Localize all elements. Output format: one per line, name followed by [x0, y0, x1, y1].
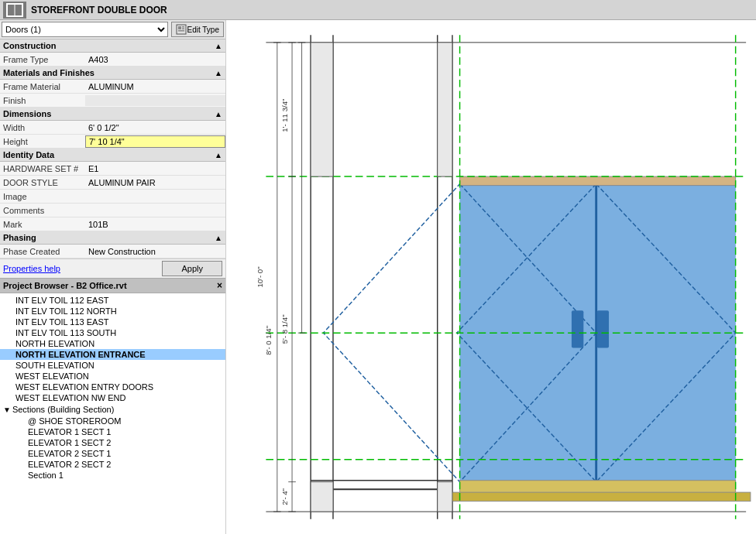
svg-text:1'- 11 3/4": 1'- 11 3/4"	[280, 99, 289, 132]
section-materials[interactable]: Materials and Finishes ▲	[0, 67, 225, 80]
svg-rect-5	[182, 29, 184, 30]
svg-text:5'- 8 1/4": 5'- 8 1/4"	[280, 314, 289, 344]
collapse-icon-identity: ▲	[215, 151, 222, 159]
tree-section-building-section[interactable]: ▼ Sections (Building Section)	[0, 403, 225, 416]
list-item[interactable]: WEST ELEVATION	[0, 371, 225, 382]
list-item[interactable]: ELEVATOR 2 SECT 1	[0, 448, 225, 459]
list-item[interactable]: ELEVATOR 1 SECT 1	[0, 426, 225, 437]
project-browser-tree: INT ELV TOIL 112 EAST INT ELV TOIL 112 N…	[0, 293, 225, 534]
prop-image: Image	[0, 190, 225, 204]
svg-rect-6	[178, 30, 184, 32]
svg-rect-4	[182, 26, 184, 28]
svg-rect-56	[438, 482, 452, 512]
prop-action-row: Properties help Apply	[0, 258, 225, 278]
prop-comments: Comments	[0, 204, 225, 217]
edit-type-icon	[176, 24, 187, 35]
prop-frame-type: Frame Type A403	[0, 53, 225, 67]
top-bar-title: STOREFRONT DOUBLE DOOR	[31, 5, 167, 15]
svg-rect-21	[460, 176, 736, 186]
drawing-area[interactable]: 1'- 11 3/4" 5'- 8 1/4" 2'- 4" 8'- 0 1/4"…	[226, 20, 756, 534]
svg-rect-19	[572, 310, 583, 347]
collapse-icon: ▲	[215, 42, 222, 50]
edit-type-button[interactable]: Edit Type	[171, 22, 224, 37]
list-item[interactable]: INT ELV TOIL 113 SOUTH	[0, 327, 225, 338]
apply-button[interactable]: Apply	[162, 261, 222, 276]
list-item[interactable]: INT ELV TOIL 113 EAST	[0, 317, 225, 327]
prop-height: Height 7' 10 1/4"	[0, 135, 225, 149]
prop-hardware-set: HARDWARE SET # E1	[0, 162, 225, 176]
svg-rect-53	[311, 43, 333, 176]
list-item[interactable]: INT ELV TOIL 112 EAST	[0, 295, 225, 306]
section-identity[interactable]: Identity Data ▲	[0, 149, 225, 162]
door-icon	[3, 2, 26, 19]
list-item[interactable]: NORTH ELEVATION	[0, 338, 225, 349]
collapse-icon-materials: ▲	[215, 69, 222, 77]
svg-text:10'- 0": 10'- 0"	[256, 266, 264, 287]
project-browser: Project Browser - B2 Office.rvt × INT EL…	[0, 279, 225, 534]
svg-rect-54	[438, 43, 452, 176]
expand-icon: ▼	[3, 406, 11, 414]
svg-text:8'- 0 1/4": 8'- 0 1/4"	[264, 326, 273, 355]
svg-rect-22	[460, 481, 736, 494]
svg-text:2'- 4": 2'- 4"	[280, 488, 289, 505]
prop-dropdown-row: Doors (1) Edit Type	[0, 20, 225, 39]
properties-panel: Doors (1) Edit Type Construction ▲	[0, 20, 225, 279]
list-item[interactable]: @ SHOE STOREROOM	[0, 416, 225, 426]
svg-rect-3	[178, 26, 181, 29]
list-item-selected[interactable]: NORTH ELEVATION ENTRANCE	[0, 349, 225, 360]
collapse-icon-phasing: ▲	[215, 234, 222, 242]
list-item[interactable]: WEST ELEVATION NW END	[0, 392, 225, 403]
left-panel: Doors (1) Edit Type Construction ▲	[0, 20, 226, 534]
svg-rect-23	[445, 492, 751, 501]
list-item[interactable]: ELEVATOR 1 SECT 2	[0, 437, 225, 448]
doors-dropdown[interactable]: Doors (1)	[2, 22, 168, 37]
prop-door-style: DOOR STYLE ALUMINUM PAIR	[0, 176, 225, 190]
top-bar: STOREFRONT DOUBLE DOOR	[0, 0, 756, 20]
svg-rect-20	[597, 310, 609, 347]
list-item[interactable]: SOUTH ELEVATION	[0, 360, 225, 371]
properties-help-link[interactable]: Properties help	[3, 264, 60, 273]
project-browser-header: Project Browser - B2 Office.rvt ×	[0, 279, 225, 293]
prop-width: Width 6' 0 1/2"	[0, 121, 225, 135]
prop-mark: Mark 101B	[0, 217, 225, 231]
list-item[interactable]: INT ELV TOIL 112 NORTH	[0, 306, 225, 317]
prop-phase-created: Phase Created New Construction	[0, 245, 225, 258]
svg-rect-55	[311, 482, 333, 512]
section-construction[interactable]: Construction ▲	[0, 39, 225, 53]
project-browser-title: Project Browser - B2 Office.rvt	[3, 281, 127, 290]
section-dimensions[interactable]: Dimensions ▲	[0, 108, 225, 121]
project-browser-close[interactable]: ×	[217, 280, 222, 291]
list-item[interactable]: Section 1	[0, 470, 225, 481]
collapse-icon-dimensions: ▲	[215, 110, 222, 118]
list-item[interactable]: ELEVATOR 2 SECT 2	[0, 459, 225, 470]
section-phasing[interactable]: Phasing ▲	[0, 231, 225, 245]
prop-finish: Finish	[0, 94, 225, 108]
prop-frame-material: Frame Material ALUMINUM	[0, 80, 225, 94]
cad-drawing: 1'- 11 3/4" 5'- 8 1/4" 2'- 4" 8'- 0 1/4"…	[226, 20, 756, 534]
list-item[interactable]: WEST ELEVATION ENTRY DOORS	[0, 382, 225, 392]
